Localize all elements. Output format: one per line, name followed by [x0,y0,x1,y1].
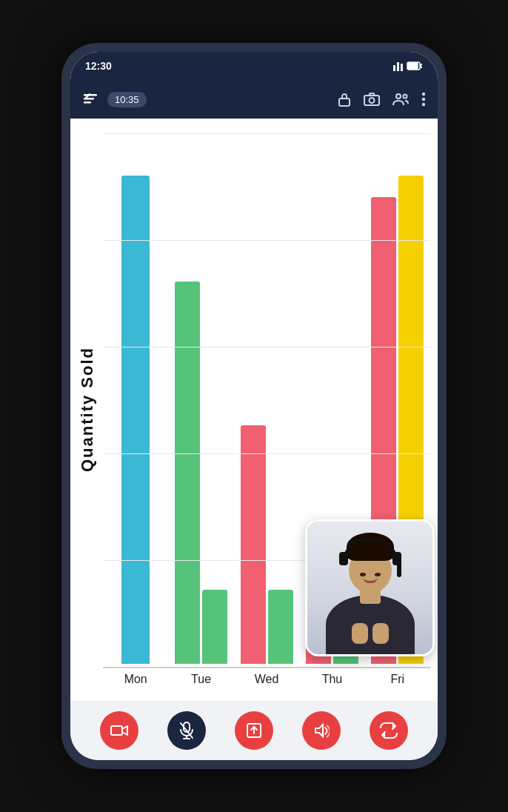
svg-point-14 [396,94,401,99]
svg-rect-19 [111,726,122,735]
video-icon [110,724,128,737]
svg-point-16 [422,93,425,96]
camera-icon[interactable] [364,93,380,106]
x-label-mon: Mon [103,673,168,686]
phone-shell: 12:30 [61,43,447,769]
main-content: Quantity Sold [70,119,438,701]
bar-tue-green-tall [175,282,200,664]
video-overlay [305,519,435,656]
status-bar: 12:30 [70,52,438,80]
x-label-tue: Tue [168,673,233,686]
bar-wed-green [268,590,293,664]
svg-marker-26 [315,725,323,736]
svg-rect-4 [408,63,418,69]
day-group-wed [234,133,299,664]
bar-mon-cyan [121,176,150,664]
x-label-fri: Fri [365,673,430,686]
person-silhouette [307,522,432,654]
video-person [307,522,432,654]
app-toolbar: 10:35 [70,80,438,119]
svg-rect-12 [364,96,379,105]
bottom-controls [70,701,438,760]
switch-camera-button[interactable] [370,711,408,750]
speaker-button[interactable] [302,711,341,750]
speaker-icon [313,722,330,739]
lock-icon[interactable] [337,91,352,107]
x-label-wed: Wed [234,673,299,686]
x-axis-labels: Mon Tue Wed Thu Fri [103,668,430,686]
signal-icon [390,61,403,71]
session-timer: 10:35 [107,92,147,107]
svg-rect-10 [84,102,91,104]
battery-icon [407,61,423,70]
svg-marker-1 [397,62,399,71]
y-axis-label: Quantity Sold [78,133,97,686]
mute-icon [179,722,194,739]
share-button[interactable] [235,711,273,750]
status-time: 12:30 [85,60,112,72]
more-menu-icon[interactable] [421,92,426,107]
video-button[interactable] [100,711,138,750]
svg-marker-0 [401,64,403,71]
x-label-thu: Thu [299,673,364,686]
svg-point-15 [404,95,407,99]
svg-point-13 [370,98,375,103]
svg-marker-2 [393,65,395,71]
share-icon [246,722,262,739]
day-group-tue [168,133,233,664]
bar-tue-green-small [202,590,227,664]
status-icons [390,61,423,71]
back-button[interactable] [82,91,98,108]
day-group-mon [103,133,168,664]
svg-point-18 [422,103,425,106]
phone-screen: 12:30 [70,52,438,760]
svg-rect-11 [339,99,350,106]
mute-button[interactable] [167,711,206,750]
bar-wed-red [241,425,266,664]
switch-icon [380,722,398,739]
svg-point-17 [422,98,425,101]
people-icon[interactable] [392,93,410,106]
